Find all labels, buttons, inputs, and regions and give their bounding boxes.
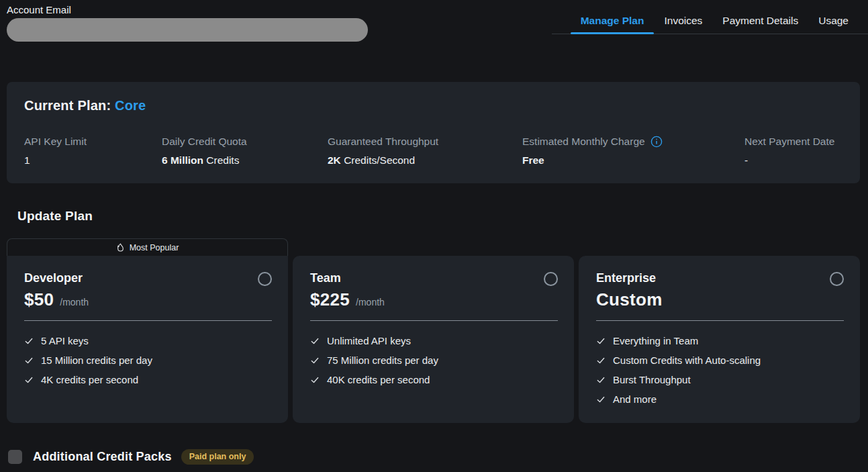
stat-value: 1 bbox=[24, 154, 162, 167]
update-plan-heading: Update Plan bbox=[17, 209, 868, 224]
plan-features: Everything in Team Custom Credits with A… bbox=[596, 331, 844, 409]
stat-value-normal: Credits/Second bbox=[341, 154, 415, 166]
plan-card-enterprise[interactable]: Enterprise Custom Everything in Team Cus… bbox=[579, 256, 860, 423]
stat-value-bold: 6 Million bbox=[162, 154, 203, 166]
stat-label-text: Estimated Monthly Charge bbox=[522, 136, 645, 148]
stat-guaranteed-throughput: Guaranteed Throughput 2K Credits/Second bbox=[328, 136, 522, 167]
checkmark-icon bbox=[596, 356, 606, 365]
plan-price: $50 /month bbox=[24, 289, 272, 312]
feature-item: Burst Throughput bbox=[596, 370, 844, 389]
checkmark-icon bbox=[596, 395, 606, 404]
feature-item: 40K credits per second bbox=[310, 370, 558, 389]
plan-radio-developer[interactable] bbox=[258, 272, 272, 286]
additional-credit-packs-row: Additional Credit Packs Paid plan only bbox=[8, 449, 868, 465]
account-email-block: Account Email bbox=[7, 4, 368, 42]
current-plan-card: Current Plan: Core API Key Limit 1 Daily… bbox=[7, 82, 860, 183]
plan-price-period: /month bbox=[60, 297, 89, 308]
feature-label: Unlimited API keys bbox=[327, 335, 411, 346]
plan-option-enterprise: Enterprise Custom Everything in Team Cus… bbox=[579, 238, 860, 423]
stat-value-bold: 2K bbox=[328, 154, 341, 166]
feature-label: And more bbox=[613, 393, 657, 405]
checkmark-icon bbox=[310, 336, 320, 346]
plan-radio-enterprise[interactable] bbox=[830, 272, 844, 286]
plan-card-developer[interactable]: Developer $50 /month 5 API keys 15 Milli… bbox=[7, 256, 288, 423]
tab-payment-details[interactable]: Payment Details bbox=[712, 0, 808, 34]
most-popular-band: Most Popular bbox=[7, 238, 288, 256]
billing-tabs: Manage Plan Invoices Payment Details Usa… bbox=[552, 0, 868, 34]
stat-daily-credit-quota: Daily Credit Quota 6 Million Credits bbox=[162, 136, 328, 167]
account-email-input[interactable] bbox=[7, 18, 368, 42]
feature-item: 15 Million credits per day bbox=[24, 350, 272, 370]
checkmark-icon bbox=[24, 375, 34, 385]
divider bbox=[310, 320, 558, 321]
plan-price-amount: Custom bbox=[596, 289, 663, 310]
checkmark-icon bbox=[24, 336, 34, 346]
stat-value: 6 Million Credits bbox=[162, 154, 328, 167]
tab-invoices[interactable]: Invoices bbox=[654, 0, 712, 34]
stat-value: - bbox=[744, 154, 842, 167]
stat-value: 2K Credits/Second bbox=[328, 154, 522, 167]
plan-radio-team[interactable] bbox=[544, 272, 558, 286]
current-plan-name: Core bbox=[115, 98, 146, 113]
feature-item: 4K credits per second bbox=[24, 370, 272, 389]
feature-label: 4K credits per second bbox=[41, 374, 138, 385]
plan-option-team: Team $225 /month Unlimited API keys 75 M… bbox=[293, 238, 574, 423]
stat-next-payment-date: Next Payment Date - bbox=[744, 136, 842, 167]
plan-options: Most Popular Developer $50 /month 5 API … bbox=[7, 238, 860, 423]
current-plan-prefix: Current Plan: bbox=[24, 98, 111, 113]
current-plan-title: Current Plan: Core bbox=[24, 98, 842, 113]
plan-name: Team bbox=[310, 271, 558, 285]
tab-usage[interactable]: Usage bbox=[808, 0, 859, 34]
feature-item: 5 API keys bbox=[24, 331, 272, 350]
stat-value-normal: - bbox=[744, 154, 748, 166]
feature-label: 5 API keys bbox=[41, 335, 89, 346]
tab-manage-plan[interactable]: Manage Plan bbox=[571, 0, 655, 34]
feature-item: 75 Million credits per day bbox=[310, 350, 558, 370]
stat-label: Daily Credit Quota bbox=[162, 136, 328, 148]
feature-item: And more bbox=[596, 389, 844, 409]
stat-value-normal: Credits bbox=[203, 154, 239, 166]
feature-label: 15 Million credits per day bbox=[41, 355, 152, 366]
checkmark-icon bbox=[310, 356, 320, 365]
feature-label: 40K credits per second bbox=[327, 374, 430, 385]
stat-value-normal: 1 bbox=[24, 154, 30, 166]
plan-option-developer: Most Popular Developer $50 /month 5 API … bbox=[7, 238, 288, 423]
info-icon[interactable] bbox=[650, 136, 663, 148]
stat-label: Next Payment Date bbox=[744, 136, 842, 148]
plan-name: Enterprise bbox=[596, 271, 844, 285]
feature-label: Everything in Team bbox=[613, 335, 698, 346]
plan-price: Custom bbox=[596, 289, 844, 312]
plan-name: Developer bbox=[24, 271, 272, 285]
feature-item: Unlimited API keys bbox=[310, 331, 558, 350]
stat-value-bold: Free bbox=[522, 154, 544, 166]
stat-label: Guaranteed Throughput bbox=[328, 136, 522, 148]
checkmark-icon bbox=[596, 375, 606, 385]
stat-label: Estimated Monthly Charge bbox=[522, 136, 744, 148]
feature-item: Custom Credits with Auto-scaling bbox=[596, 350, 844, 370]
stat-api-key-limit: API Key Limit 1 bbox=[24, 136, 162, 167]
stat-value: Free bbox=[522, 154, 744, 167]
stat-estimated-monthly-charge: Estimated Monthly Charge Free bbox=[522, 136, 744, 167]
credit-packs-checkbox[interactable] bbox=[8, 450, 22, 464]
plan-features: 5 API keys 15 Million credits per day 4K… bbox=[24, 331, 272, 389]
plan-price-period: /month bbox=[356, 297, 385, 308]
paid-plan-only-badge: Paid plan only bbox=[181, 449, 254, 465]
current-plan-stats: API Key Limit 1 Daily Credit Quota 6 Mil… bbox=[24, 136, 842, 167]
checkmark-icon bbox=[596, 336, 606, 346]
most-popular-label: Most Popular bbox=[130, 243, 179, 252]
checkmark-icon bbox=[310, 375, 320, 385]
page-header: Account Email Manage Plan Invoices Payme… bbox=[0, 0, 868, 41]
account-email-label: Account Email bbox=[7, 4, 368, 15]
feature-label: 75 Million credits per day bbox=[327, 355, 438, 366]
feature-label: Burst Throughput bbox=[613, 374, 691, 385]
divider bbox=[596, 320, 844, 321]
feature-label: Custom Credits with Auto-scaling bbox=[613, 355, 761, 366]
credit-packs-label: Additional Credit Packs bbox=[33, 450, 172, 464]
stat-label: API Key Limit bbox=[24, 136, 162, 148]
plan-price-amount: $50 bbox=[24, 289, 54, 310]
flame-icon bbox=[116, 243, 125, 252]
plan-features: Unlimited API keys 75 Million credits pe… bbox=[310, 331, 558, 389]
plan-card-team[interactable]: Team $225 /month Unlimited API keys 75 M… bbox=[293, 256, 574, 423]
feature-item: Everything in Team bbox=[596, 331, 844, 350]
plan-price: $225 /month bbox=[310, 289, 558, 312]
